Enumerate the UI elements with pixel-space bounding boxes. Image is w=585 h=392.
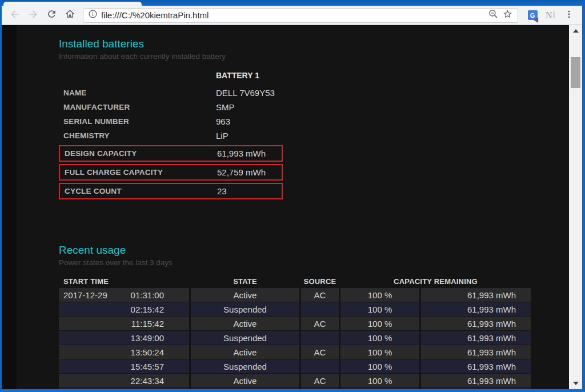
- battery-info-value: DELL 7V69Y53: [216, 88, 275, 98]
- address-bar[interactable]: file:///C:/%20kiemtraPin.html: [83, 8, 518, 23]
- usage-cell-start-time: 2017-12-3000:16:48: [59, 388, 189, 389]
- usage-cell-state: Active: [191, 345, 299, 359]
- battery-info-label: DESIGN CAPACITY: [65, 149, 217, 158]
- header-source: SOURCE: [301, 277, 339, 286]
- usage-cell-percent: 100 %: [340, 388, 419, 389]
- usage-row: 02:15:42 Suspended 100 % 61,993 mWh: [59, 302, 533, 316]
- usage-cell-source: [301, 359, 339, 373]
- usage-cell-capacity: 61,993 mWh: [421, 331, 531, 345]
- recent-usage-subtitle: Power states over the last 3 days: [59, 258, 550, 267]
- usage-time: 13:50:24: [127, 347, 164, 357]
- usage-cell-source: AC: [301, 288, 339, 302]
- usage-time: 15:45:57: [127, 362, 164, 371]
- usage-cell-percent: 100 %: [340, 345, 419, 359]
- usage-cell-source: AC: [301, 317, 339, 330]
- battery-1-header: BATTERY 1: [59, 71, 550, 83]
- usage-cell-percent: 100 %: [340, 302, 419, 316]
- usage-cell-capacity: 61,993 mWh: [421, 374, 531, 387]
- battery-info-value: 23: [217, 186, 227, 196]
- reload-icon: [46, 9, 57, 22]
- usage-cell-start-time: 02:15:42: [59, 302, 189, 316]
- battery-report: Installed batteries Information about ea…: [59, 25, 550, 389]
- battery-info-row: MANUFACTURER SMP: [59, 100, 283, 114]
- usage-row: 13:49:00 Suspended 100 % 61,993 mWh: [59, 331, 533, 345]
- usage-cell-state: Active: [191, 317, 299, 330]
- usage-cell-start-time: 11:15:42: [59, 317, 189, 330]
- home-button[interactable]: [61, 7, 78, 23]
- scrollbar-up-button[interactable]: [569, 26, 582, 35]
- usage-cell-percent: 100 %: [340, 288, 419, 302]
- battery-info-row: DESIGN CAPACITY 61,993 mWh: [59, 145, 283, 162]
- usage-cell-percent: 100 %: [340, 359, 419, 373]
- usage-cell-start-time: 13:50:24: [59, 345, 189, 359]
- recent-usage-title: Recent usage: [59, 244, 550, 257]
- battery-info-value: LiP: [216, 131, 229, 141]
- usage-date: 2017-12-29: [63, 290, 127, 300]
- usage-cell-percent: 100 %: [340, 317, 419, 330]
- vertical-scrollbar[interactable]: [569, 25, 582, 389]
- n-extension-button[interactable]: NI: [542, 7, 559, 23]
- translate-extension-button[interactable]: G: [524, 7, 541, 23]
- usage-cell-state: Suspended: [191, 359, 299, 373]
- usage-cell-capacity: 61,993 mWh: [421, 359, 531, 373]
- usage-row: 2017-12-3000:16:48 Suspended 100 % 61,99…: [59, 388, 533, 389]
- battery-info-value: 52,759 mWh: [217, 167, 266, 177]
- battery-info-label: CYCLE COUNT: [65, 187, 217, 195]
- forward-button[interactable]: [25, 7, 42, 23]
- scrollbar-down-button[interactable]: [569, 379, 582, 388]
- battery-info-row: SERIAL NUMBER 963: [59, 114, 283, 129]
- battery-info-label: SERIAL NUMBER: [63, 117, 216, 126]
- header-capacity-remaining: CAPACITY REMAINING: [340, 277, 531, 286]
- forward-icon: [27, 9, 39, 22]
- usage-cell-state: Suspended: [191, 388, 299, 389]
- usage-row: 15:45:57 Suspended 100 % 61,993 mWh: [59, 359, 533, 373]
- battery-info-row: FULL CHARGE CAPACITY 52,759 mWh: [59, 164, 283, 181]
- usage-cell-source: [301, 388, 339, 389]
- scroll-down-icon: [573, 382, 579, 385]
- usage-time: 22:43:34: [127, 376, 164, 386]
- battery-info-value: SMP: [216, 102, 235, 112]
- usage-table-body: 2017-12-2901:31:00 Active AC 100 % 61,99…: [59, 288, 533, 389]
- scroll-up-icon: [573, 29, 579, 33]
- installed-batteries-title: Installed batteries: [59, 38, 550, 50]
- usage-row: 13:50:24 Active AC 100 % 61,993 mWh: [59, 345, 533, 359]
- battery-info-label: NAME: [63, 89, 216, 97]
- battery-info-label: FULL CHARGE CAPACITY: [65, 168, 217, 177]
- url-text[interactable]: file:///C:/%20kiemtraPin.html: [101, 10, 484, 20]
- usage-cell-percent: 100 %: [340, 331, 419, 345]
- usage-cell-state: Active: [191, 374, 299, 387]
- page-info-icon[interactable]: [88, 9, 98, 21]
- usage-cell-percent: 100 %: [340, 374, 419, 387]
- usage-row: 11:15:42 Active AC 100 % 61,993 mWh: [59, 317, 533, 330]
- usage-table: START TIME STATE SOURCE CAPACITY REMAINI…: [59, 275, 533, 389]
- usage-cell-capacity: 61,993 mWh: [421, 302, 531, 316]
- translate-icon: G: [528, 10, 538, 20]
- battery-info-row: CYCLE COUNT 23: [59, 183, 283, 199]
- usage-cell-start-time: 13:49:00: [59, 331, 189, 345]
- battery-info-value: 963: [216, 117, 230, 126]
- usage-row: 2017-12-2901:31:00 Active AC 100 % 61,99…: [59, 288, 533, 302]
- usage-cell-capacity: 61,993 mWh: [421, 345, 531, 359]
- n-extension-icon: NI: [546, 10, 556, 21]
- usage-cell-state: Suspended: [191, 302, 299, 316]
- usage-cell-source: [301, 331, 339, 345]
- usage-cell-start-time: 22:43:34: [59, 374, 189, 387]
- usage-cell-source: [301, 302, 339, 316]
- reload-button[interactable]: [43, 7, 60, 23]
- installed-rows: NAME DELL 7V69Y53 MANUFACTURER SMP SERIA…: [59, 86, 550, 199]
- zoom-indicator-icon[interactable]: [488, 9, 499, 22]
- usage-time: 13:49:00: [127, 333, 164, 343]
- usage-row: 22:43:34 Active AC 100 % 61,993 mWh: [59, 374, 533, 387]
- usage-cell-capacity: 61,993 mWh: [421, 288, 531, 302]
- home-icon: [65, 9, 75, 22]
- bookmark-star-icon[interactable]: [502, 9, 513, 22]
- page-content: Installed batteries Information about ea…: [2, 25, 582, 389]
- usage-table-header: START TIME STATE SOURCE CAPACITY REMAINI…: [59, 275, 533, 287]
- header-start-time: START TIME: [59, 277, 189, 286]
- scrollbar-thumb[interactable]: [571, 57, 580, 88]
- browser-menu-button[interactable]: [560, 7, 578, 23]
- active-tab[interactable]: [3, 2, 142, 6]
- tab-strip: [2, 0, 582, 6]
- back-button[interactable]: [6, 7, 23, 23]
- back-icon: [9, 9, 21, 22]
